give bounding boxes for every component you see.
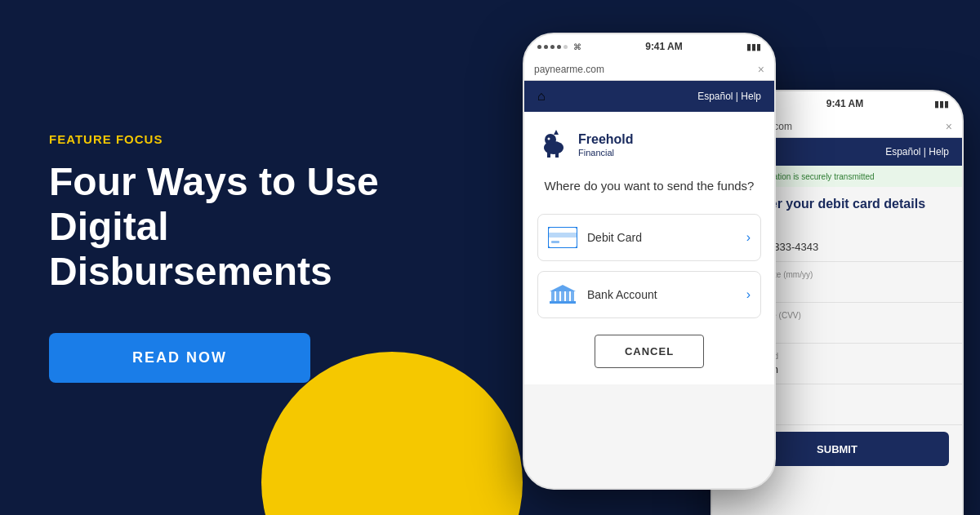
debit-card-label: Debit Card — [587, 231, 642, 244]
main-title: Four Ways to Use Digital Disbursements — [49, 159, 457, 295]
bank-account-option[interactable]: Bank Account › — [537, 271, 761, 318]
company-name: Freehold — [578, 131, 634, 147]
debit-card-icon — [548, 226, 577, 249]
svg-rect-13 — [566, 291, 569, 301]
home-icon[interactable]: ⌂ — [537, 89, 546, 104]
left-content: FEATURE FOCUS Four Ways to Use Digital D… — [49, 0, 457, 515]
bank-account-label: Bank Account — [587, 288, 657, 301]
svg-rect-12 — [561, 291, 564, 301]
svg-marker-2 — [554, 130, 559, 135]
submit-label: SUBMIT — [817, 443, 858, 455]
cancel-button[interactable]: CANCEL — [595, 335, 704, 368]
svg-rect-3 — [547, 153, 550, 158]
svg-rect-14 — [571, 291, 574, 301]
debit-card-option-left: Debit Card — [548, 226, 642, 249]
f-dot4 — [557, 45, 561, 49]
svg-rect-7 — [548, 233, 577, 238]
front-signal-dots: ⌘ — [537, 42, 581, 51]
svg-rect-10 — [551, 291, 555, 301]
company-name-block: Freehold Financial — [578, 131, 634, 157]
phone-front: ⌘ 9:41 AM ▮▮▮ paynearme.com × ⌂ Español … — [523, 33, 776, 490]
front-url-text: paynearme.com — [534, 64, 604, 75]
svg-marker-9 — [550, 285, 576, 291]
svg-rect-8 — [551, 241, 559, 243]
front-status-bar: ⌘ 9:41 AM ▮▮▮ — [524, 34, 774, 59]
front-nav-links[interactable]: Español | Help — [697, 91, 761, 102]
front-close-btn[interactable]: × — [758, 63, 764, 76]
svg-point-5 — [548, 138, 550, 140]
f-dot5 — [564, 45, 568, 49]
front-time: 9:41 AM — [645, 41, 683, 52]
wifi-icon: ⌘ — [573, 42, 581, 51]
f-dot1 — [537, 45, 541, 49]
svg-rect-15 — [550, 301, 576, 304]
back-close-btn[interactable]: × — [946, 120, 952, 133]
svg-rect-11 — [556, 291, 559, 301]
company-header: Freehold Financial — [537, 128, 761, 161]
bank-icon — [548, 283, 577, 306]
back-time: 9:41 AM — [826, 98, 864, 109]
svg-rect-4 — [555, 153, 559, 158]
f-dot3 — [550, 45, 555, 49]
front-phone-content: Freehold Financial Where do you want to … — [524, 112, 774, 384]
bank-account-option-left: Bank Account — [548, 283, 657, 306]
back-battery-icon: ▮▮▮ — [934, 99, 949, 109]
back-nav-links[interactable]: Español | Help — [885, 146, 949, 158]
company-tagline: Financial — [578, 148, 634, 158]
front-app-nav: ⌂ Español | Help — [524, 81, 774, 112]
f-dot2 — [544, 45, 548, 49]
front-url-bar: paynearme.com × — [524, 59, 774, 81]
front-battery-icon: ▮▮▮ — [746, 42, 761, 52]
debit-card-option[interactable]: Debit Card › — [537, 214, 761, 261]
svg-point-1 — [545, 134, 556, 145]
feature-focus-label: FEATURE FOCUS — [49, 132, 457, 146]
company-logo-icon — [537, 128, 570, 161]
bank-account-arrow-icon: › — [746, 287, 751, 302]
read-now-button[interactable]: READ NOW — [49, 333, 310, 383]
question-text: Where do you want to send the funds? — [537, 177, 761, 194]
phones-container: 9:41 AM ▮▮▮ paynearme.com × ⌘ Español | … — [474, 0, 980, 515]
debit-card-arrow-icon: › — [746, 230, 751, 245]
